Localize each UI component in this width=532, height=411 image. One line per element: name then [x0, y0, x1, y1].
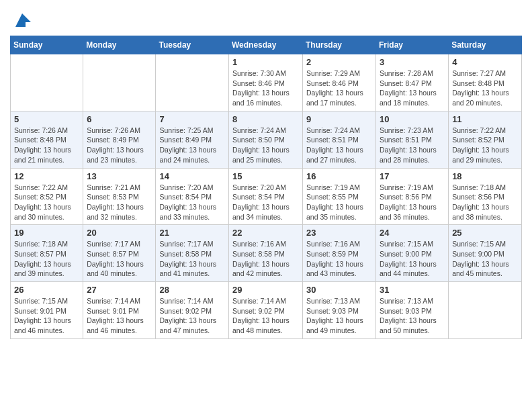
- day-number: 29: [232, 285, 299, 295]
- day-info: Sunrise: 7:13 AMSunset: 9:03 PMDaylight:…: [306, 296, 372, 336]
- calendar-table: SundayMondayTuesdayWednesdayThursdayFrid…: [10, 36, 522, 339]
- calendar-cell: 10Sunrise: 7:23 AMSunset: 8:51 PMDayligh…: [376, 111, 449, 168]
- calendar-cell: 23Sunrise: 7:16 AMSunset: 8:59 PMDayligh…: [303, 225, 376, 282]
- logo-icon: [12, 10, 32, 30]
- day-number: 13: [87, 171, 152, 181]
- day-info: Sunrise: 7:24 AMSunset: 8:51 PMDaylight:…: [306, 126, 372, 165]
- day-number: 6: [87, 114, 152, 124]
- day-info: Sunrise: 7:22 AMSunset: 8:52 PMDaylight:…: [452, 126, 518, 165]
- svg-marker-0: [15, 13, 31, 27]
- logo: [10, 10, 32, 30]
- day-info: Sunrise: 7:19 AMSunset: 8:55 PMDaylight:…: [306, 183, 372, 222]
- day-info: Sunrise: 7:19 AMSunset: 8:56 PMDaylight:…: [380, 183, 445, 222]
- weekday-header: Sunday: [11, 36, 83, 54]
- calendar-cell: 30Sunrise: 7:13 AMSunset: 9:03 PMDayligh…: [303, 282, 376, 339]
- day-number: 25: [452, 228, 518, 238]
- calendar-cell: 27Sunrise: 7:14 AMSunset: 9:01 PMDayligh…: [83, 282, 156, 339]
- day-number: 19: [14, 228, 79, 238]
- calendar-cell: 28Sunrise: 7:14 AMSunset: 9:02 PMDayligh…: [156, 282, 229, 339]
- day-info: Sunrise: 7:25 AMSunset: 8:49 PMDaylight:…: [159, 126, 225, 165]
- day-number: 11: [452, 114, 518, 124]
- calendar-cell: 25Sunrise: 7:15 AMSunset: 9:00 PMDayligh…: [449, 225, 522, 282]
- calendar-cell: 12Sunrise: 7:22 AMSunset: 8:52 PMDayligh…: [11, 168, 83, 225]
- calendar-cell: 11Sunrise: 7:22 AMSunset: 8:52 PMDayligh…: [449, 111, 522, 168]
- page-header: [10, 10, 522, 30]
- calendar-cell: 31Sunrise: 7:13 AMSunset: 9:03 PMDayligh…: [376, 282, 449, 339]
- day-number: 21: [159, 228, 225, 238]
- day-number: 23: [306, 228, 372, 238]
- day-info: Sunrise: 7:14 AMSunset: 9:02 PMDaylight:…: [159, 296, 225, 336]
- calendar-cell: [449, 282, 522, 339]
- day-number: 10: [380, 114, 445, 124]
- calendar-cell: 18Sunrise: 7:18 AMSunset: 8:56 PMDayligh…: [449, 168, 522, 225]
- day-number: 15: [232, 171, 299, 181]
- calendar-cell: 17Sunrise: 7:19 AMSunset: 8:56 PMDayligh…: [376, 168, 449, 225]
- day-number: 5: [14, 114, 79, 124]
- weekday-header: Saturday: [449, 36, 522, 54]
- day-number: 17: [380, 171, 445, 181]
- day-number: 14: [159, 171, 225, 181]
- calendar-cell: 7Sunrise: 7:25 AMSunset: 8:49 PMDaylight…: [156, 111, 229, 168]
- calendar-week-row: 5Sunrise: 7:26 AMSunset: 8:48 PMDaylight…: [11, 111, 522, 168]
- day-number: 24: [380, 228, 445, 238]
- day-number: 31: [380, 285, 445, 295]
- calendar-cell: [11, 54, 83, 111]
- day-info: Sunrise: 7:20 AMSunset: 8:54 PMDaylight:…: [232, 183, 299, 222]
- calendar-week-row: 1Sunrise: 7:30 AMSunset: 8:46 PMDaylight…: [11, 54, 522, 111]
- calendar-cell: 3Sunrise: 7:28 AMSunset: 8:47 PMDaylight…: [376, 54, 449, 111]
- day-info: Sunrise: 7:23 AMSunset: 8:51 PMDaylight:…: [380, 126, 445, 165]
- calendar-cell: 9Sunrise: 7:24 AMSunset: 8:51 PMDaylight…: [303, 111, 376, 168]
- day-info: Sunrise: 7:16 AMSunset: 8:59 PMDaylight:…: [306, 239, 372, 279]
- weekday-header-row: SundayMondayTuesdayWednesdayThursdayFrid…: [11, 36, 522, 54]
- day-info: Sunrise: 7:16 AMSunset: 8:58 PMDaylight:…: [232, 239, 299, 279]
- day-info: Sunrise: 7:18 AMSunset: 8:56 PMDaylight:…: [452, 183, 518, 222]
- calendar-cell: [83, 54, 156, 111]
- calendar-cell: 15Sunrise: 7:20 AMSunset: 8:54 PMDayligh…: [229, 168, 303, 225]
- day-info: Sunrise: 7:29 AMSunset: 8:46 PMDaylight:…: [306, 68, 372, 108]
- calendar-cell: 2Sunrise: 7:29 AMSunset: 8:46 PMDaylight…: [303, 54, 376, 111]
- day-info: Sunrise: 7:27 AMSunset: 8:48 PMDaylight:…: [452, 68, 518, 108]
- day-info: Sunrise: 7:24 AMSunset: 8:50 PMDaylight:…: [232, 126, 299, 165]
- calendar-cell: 8Sunrise: 7:24 AMSunset: 8:50 PMDaylight…: [229, 111, 303, 168]
- day-number: 8: [232, 114, 299, 124]
- calendar-cell: 20Sunrise: 7:17 AMSunset: 8:57 PMDayligh…: [83, 225, 156, 282]
- weekday-header: Tuesday: [156, 36, 229, 54]
- calendar-cell: [156, 54, 229, 111]
- calendar-cell: 14Sunrise: 7:20 AMSunset: 8:54 PMDayligh…: [156, 168, 229, 225]
- day-info: Sunrise: 7:17 AMSunset: 8:57 PMDaylight:…: [87, 239, 152, 279]
- day-number: 22: [232, 228, 299, 238]
- day-info: Sunrise: 7:30 AMSunset: 8:46 PMDaylight:…: [232, 68, 299, 108]
- calendar-cell: 26Sunrise: 7:15 AMSunset: 9:01 PMDayligh…: [11, 282, 83, 339]
- day-number: 1: [232, 57, 299, 67]
- calendar-cell: 22Sunrise: 7:16 AMSunset: 8:58 PMDayligh…: [229, 225, 303, 282]
- weekday-header: Wednesday: [229, 36, 303, 54]
- day-info: Sunrise: 7:22 AMSunset: 8:52 PMDaylight:…: [14, 183, 79, 222]
- calendar-cell: 16Sunrise: 7:19 AMSunset: 8:55 PMDayligh…: [303, 168, 376, 225]
- day-number: 20: [87, 228, 152, 238]
- day-info: Sunrise: 7:21 AMSunset: 8:53 PMDaylight:…: [87, 183, 152, 222]
- calendar-week-row: 12Sunrise: 7:22 AMSunset: 8:52 PMDayligh…: [11, 168, 522, 225]
- day-info: Sunrise: 7:26 AMSunset: 8:48 PMDaylight:…: [14, 126, 79, 165]
- calendar-cell: 13Sunrise: 7:21 AMSunset: 8:53 PMDayligh…: [83, 168, 156, 225]
- day-number: 28: [159, 285, 225, 295]
- day-info: Sunrise: 7:15 AMSunset: 9:01 PMDaylight:…: [14, 296, 79, 336]
- calendar-cell: 4Sunrise: 7:27 AMSunset: 8:48 PMDaylight…: [449, 54, 522, 111]
- day-number: 9: [306, 114, 372, 124]
- day-info: Sunrise: 7:14 AMSunset: 9:02 PMDaylight:…: [232, 296, 299, 336]
- weekday-header: Monday: [83, 36, 156, 54]
- calendar-cell: 6Sunrise: 7:26 AMSunset: 8:49 PMDaylight…: [83, 111, 156, 168]
- day-info: Sunrise: 7:20 AMSunset: 8:54 PMDaylight:…: [159, 183, 225, 222]
- calendar-cell: 29Sunrise: 7:14 AMSunset: 9:02 PMDayligh…: [229, 282, 303, 339]
- day-number: 12: [14, 171, 79, 181]
- day-number: 16: [306, 171, 372, 181]
- calendar-cell: 5Sunrise: 7:26 AMSunset: 8:48 PMDaylight…: [11, 111, 83, 168]
- weekday-header: Friday: [376, 36, 449, 54]
- day-number: 30: [306, 285, 372, 295]
- calendar-week-row: 19Sunrise: 7:18 AMSunset: 8:57 PMDayligh…: [11, 225, 522, 282]
- day-number: 2: [306, 57, 372, 67]
- day-info: Sunrise: 7:17 AMSunset: 8:58 PMDaylight:…: [159, 239, 225, 279]
- calendar-cell: 24Sunrise: 7:15 AMSunset: 9:00 PMDayligh…: [376, 225, 449, 282]
- day-info: Sunrise: 7:14 AMSunset: 9:01 PMDaylight:…: [87, 296, 152, 336]
- calendar-week-row: 26Sunrise: 7:15 AMSunset: 9:01 PMDayligh…: [11, 282, 522, 339]
- day-number: 7: [159, 114, 225, 124]
